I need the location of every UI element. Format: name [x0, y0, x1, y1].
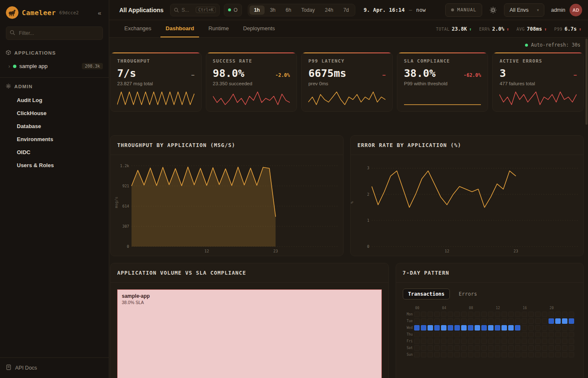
heatmap-cell[interactable] [522, 318, 527, 324]
heatmap-cell[interactable] [481, 318, 487, 324]
heatmap-cell[interactable] [569, 339, 574, 344]
heatmap-cell[interactable] [528, 339, 534, 344]
heatmap-cell[interactable] [481, 345, 487, 351]
heatmap-cell[interactable] [414, 325, 420, 331]
heatmap-cell[interactable] [481, 325, 487, 331]
heatmap-cell[interactable] [428, 332, 433, 337]
heatmap-cell[interactable] [488, 345, 494, 351]
heatmap-cell[interactable] [434, 345, 440, 351]
heatmap-cell[interactable] [475, 352, 480, 357]
heatmap-cell[interactable] [535, 352, 541, 357]
tab-runtime[interactable]: Runtime [203, 20, 234, 37]
heatmap-cell[interactable] [535, 318, 541, 324]
heatmap-cell[interactable] [528, 345, 534, 351]
heatmap-cell[interactable] [488, 325, 494, 331]
heatmap-cell[interactable] [522, 325, 527, 331]
heatmap-cell[interactable] [569, 345, 574, 351]
env-select[interactable]: All Envs ▾ [504, 3, 544, 17]
heatmap-cell[interactable] [441, 352, 446, 357]
heatmap-cell[interactable] [421, 339, 426, 344]
heatmap-cell[interactable] [448, 345, 453, 351]
heatmap-cell[interactable] [528, 352, 534, 357]
heatmap-cell[interactable] [549, 352, 554, 357]
heatmap-cell[interactable] [448, 339, 453, 344]
heatmap-cell[interactable] [468, 345, 473, 351]
heatmap-cell[interactable] [461, 339, 467, 344]
heatmap-cell[interactable] [454, 318, 460, 324]
heatmap-cell[interactable] [448, 312, 453, 317]
heatmap-cell[interactable] [501, 352, 507, 357]
heatmap-cell[interactable] [501, 312, 507, 317]
heatmap-cell[interactable] [468, 312, 473, 317]
heatmap-cell[interactable] [555, 352, 561, 357]
heatmap-cell[interactable] [414, 345, 420, 351]
heatmap-cell[interactable] [461, 312, 467, 317]
heatmap-cell[interactable] [488, 312, 494, 317]
heatmap-cell[interactable] [549, 312, 554, 317]
heatmap-cell[interactable] [542, 345, 547, 351]
heatmap-cell[interactable] [495, 345, 500, 351]
heatmap-cell[interactable] [414, 332, 420, 337]
heatmap-cell[interactable] [542, 312, 547, 317]
scrollbar-thumb[interactable] [585, 39, 588, 125]
tab-exchanges[interactable]: Exchanges [119, 20, 156, 37]
heatmap-cell[interactable] [555, 318, 561, 324]
heatmap-cell[interactable] [461, 345, 467, 351]
heatmap-cell[interactable] [414, 339, 420, 344]
heatmap-cell[interactable] [488, 332, 494, 337]
time-display[interactable]: 9. Apr. 16:14 [364, 7, 405, 13]
heatmap-cell[interactable] [414, 318, 420, 324]
heatmap-cell[interactable] [481, 339, 487, 344]
heatmap-cell[interactable] [428, 312, 433, 317]
heatmap-cell[interactable] [515, 318, 520, 324]
heatmap-cell[interactable] [434, 312, 440, 317]
heatmap-cell[interactable] [508, 352, 514, 357]
heatmap-cell[interactable] [448, 318, 453, 324]
heatmap-cell[interactable] [475, 339, 480, 344]
heatmap-cell[interactable] [508, 312, 514, 317]
heatmap-cell[interactable] [454, 352, 460, 357]
heatmap-cell[interactable] [569, 318, 574, 324]
heatmap-cell[interactable] [508, 345, 514, 351]
heatmap-cell[interactable] [555, 339, 561, 344]
heatmap-cell[interactable] [555, 345, 561, 351]
heatmap-cell[interactable] [542, 332, 547, 337]
heatmap-cell[interactable] [448, 325, 453, 331]
heatmap-cell[interactable] [428, 345, 433, 351]
heatmap-cell[interactable] [495, 325, 500, 331]
range-button-3h[interactable]: 3h [265, 5, 280, 15]
heatmap-cell[interactable] [434, 339, 440, 344]
manual-refresh-button[interactable]: MANUAL [445, 3, 483, 17]
api-docs-link[interactable]: API Docs [6, 365, 103, 371]
heatmap-cell[interactable] [468, 339, 473, 344]
heatmap-cell[interactable] [495, 318, 500, 324]
heatmap-cell[interactable] [508, 332, 514, 337]
heatmap-cell[interactable] [535, 325, 541, 331]
heatmap-cell[interactable] [515, 332, 520, 337]
heatmap-cell[interactable] [515, 312, 520, 317]
heatmap-cell[interactable] [488, 339, 494, 344]
heatmap-cell[interactable] [569, 312, 574, 317]
pattern-tab-transactions[interactable]: Transactions [403, 289, 450, 299]
heatmap-cell[interactable] [448, 352, 453, 357]
heatmap-cell[interactable] [468, 352, 473, 357]
heatmap-cell[interactable] [515, 339, 520, 344]
range-button-6h[interactable]: 6h [281, 5, 296, 15]
heatmap-cell[interactable] [488, 352, 494, 357]
sidebar-collapse-button[interactable]: « [96, 8, 103, 17]
heatmap-cell[interactable] [441, 318, 446, 324]
heatmap-cell[interactable] [555, 312, 561, 317]
heatmap-cell[interactable] [515, 325, 520, 331]
heatmap-cell[interactable] [428, 325, 433, 331]
heatmap-cell[interactable] [461, 318, 467, 324]
sidebar-item-sample-app[interactable]: › sample app 208.3k [0, 60, 109, 72]
heatmap-cell[interactable] [562, 352, 567, 357]
heatmap-cell[interactable] [475, 345, 480, 351]
heatmap-cell[interactable] [461, 352, 467, 357]
heatmap-cell[interactable] [501, 339, 507, 344]
heatmap-cell[interactable] [448, 332, 453, 337]
heatmap-cell[interactable] [421, 332, 426, 337]
sidebar-item-database[interactable]: Database [0, 120, 109, 133]
range-button-1h[interactable]: 1h [249, 5, 265, 15]
heatmap-cell[interactable] [562, 345, 567, 351]
